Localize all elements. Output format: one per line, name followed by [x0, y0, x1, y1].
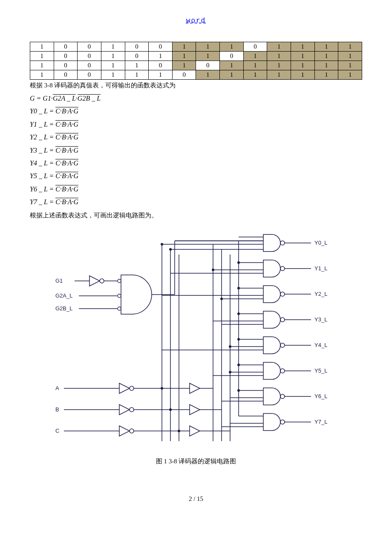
table-row: 100100 11101111: [30, 42, 362, 52]
svg-point-65: [212, 269, 214, 271]
svg-point-60: [237, 338, 240, 341]
svg-point-59: [237, 312, 240, 315]
label-y6: Y6_L: [314, 393, 327, 399]
label-y5: Y5_L: [314, 367, 327, 374]
truth-table: 100100 11101111 100101 11011111 100110 1…: [30, 42, 362, 80]
svg-point-62: [237, 389, 240, 392]
header-link[interactable]: word: [30, 17, 362, 25]
equation-block: G = G1·G2A _ L·G2B _ L Y0 _ L = C·B·A·G …: [30, 92, 362, 209]
eq-y3: Y3 _ L = C·B·A·G: [30, 144, 362, 157]
label-y4: Y4_L: [314, 342, 327, 348]
svg-point-57: [237, 261, 240, 264]
svg-point-67: [229, 345, 231, 348]
label-g1: G1: [55, 278, 63, 284]
svg-point-61: [237, 364, 240, 366]
label-y1: Y1_L: [314, 265, 327, 272]
svg-point-68: [229, 371, 231, 373]
intro-text-2: 根据上述函数表达式，可画出逻辑电路图为。: [30, 211, 362, 220]
svg-point-64: [169, 248, 172, 251]
eq-y5: Y5 _ L = C·B·A·G: [30, 170, 362, 182]
table-row: 100111 01111111: [30, 70, 362, 80]
svg-point-27: [161, 387, 163, 390]
svg-point-58: [237, 287, 240, 289]
svg-point-8: [118, 307, 121, 310]
table-row: 100110 10111111: [30, 61, 362, 70]
logic-circuit-diagram: G1 G2A_L G2B_L A B C: [30, 232, 362, 456]
svg-point-7: [118, 294, 121, 298]
nand-array: [263, 234, 285, 431]
figure-caption: 图 1 3-8 译码器的逻辑电路图: [30, 457, 362, 465]
eq-y2: Y2 _ L = C·B·A·G: [30, 131, 362, 144]
label-g2a: G2A_L: [55, 292, 72, 299]
eq-y0: Y0 _ L = C·B·A·G: [30, 105, 362, 118]
page-content: word 100100 11101111 100101 11011111 100…: [30, 17, 362, 503]
label-y2: Y2_L: [314, 291, 327, 297]
label-c: C: [55, 428, 59, 434]
svg-point-63: [161, 243, 163, 246]
label-y3: Y3_L: [314, 316, 327, 323]
svg-point-6: [118, 279, 121, 283]
page-number: 2 / 15: [30, 495, 362, 503]
label-y0: Y0_L: [314, 240, 327, 246]
label-g2b: G2B_L: [55, 305, 72, 312]
svg-point-29: [178, 430, 180, 432]
eq-y7: Y7 _ L = C·B·A·G: [30, 196, 362, 208]
svg-point-66: [220, 298, 223, 300]
eq-y4: Y4 _ L = C·B·A·G: [30, 157, 362, 170]
label-y7: Y7_L: [314, 419, 327, 425]
label-a: A: [55, 385, 59, 391]
eq-y6: Y6 _ L = C·B·A·G: [30, 183, 362, 196]
svg-point-28: [169, 408, 172, 411]
intro-text-1: 根据 3-8 译码器的真值表，可得输出的函数表达式为: [30, 81, 362, 90]
eq-g: G = G1·G2A _ L·G2B _ L: [30, 92, 362, 105]
table-row: 100101 11011111: [30, 52, 362, 61]
label-b: B: [55, 406, 59, 413]
eq-y1: Y1 _ L = C·B·A·G: [30, 118, 362, 131]
